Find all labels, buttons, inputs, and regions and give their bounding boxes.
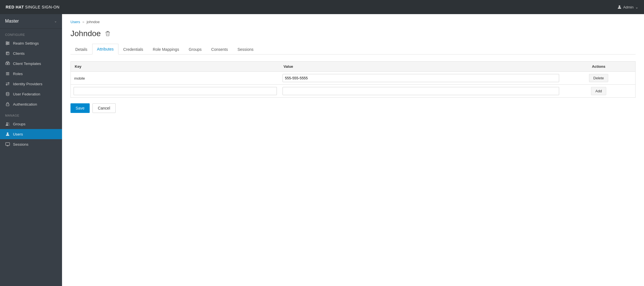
sidebar-item-sessions[interactable]: Sessions [0, 139, 62, 149]
cylinders-icon [5, 91, 10, 97]
table-row-new: Add [71, 85, 636, 98]
tab-consents[interactable]: Consents [206, 44, 233, 54]
user-icon [617, 5, 621, 9]
add-attr-button[interactable]: Add [591, 87, 606, 95]
sidebar-item-user-federation[interactable]: User Federation [0, 89, 62, 99]
sidebar-label-users: Users [13, 132, 23, 136]
realm-selector[interactable]: Master ⌄ [0, 14, 62, 29]
save-button[interactable]: Save [70, 103, 90, 113]
user-tabs: Details Attributes Credentials Role Mapp… [70, 44, 636, 54]
sidebar-item-users[interactable]: Users [0, 129, 62, 139]
desktop-icon [5, 142, 10, 147]
svg-rect-21 [6, 143, 10, 145]
col-header-key: Key [71, 62, 280, 72]
page-title-row: Johndoe [70, 29, 636, 38]
breadcrumb: Users » johndoe [70, 20, 636, 24]
attr-value-mobile-input[interactable] [283, 74, 559, 82]
sliders-icon [5, 41, 10, 46]
svg-point-4 [6, 42, 7, 43]
sidebar-label-clients: Clients [13, 51, 25, 56]
sidebar-section-manage: Manage [0, 109, 62, 119]
svg-rect-13 [6, 72, 9, 73]
tab-attributes[interactable]: Attributes [92, 44, 118, 54]
sidebar-label-user-federation: User Federation [13, 92, 40, 96]
list-icon [5, 71, 10, 76]
sidebar-label-client-templates: Client Templates [13, 62, 41, 66]
realm-chevron: ⌄ [54, 19, 57, 23]
breadcrumb-current: johndoe [87, 20, 100, 24]
new-attr-key-input[interactable] [74, 87, 277, 95]
sidebar-label-groups: Groups [13, 122, 25, 126]
brand-logo: RED HAT SINGLE SIGN-ON [6, 5, 59, 9]
sidebar-item-client-templates[interactable]: Client Templates [0, 58, 62, 69]
sidebar-item-authentication[interactable]: Authentication [0, 99, 62, 109]
svg-point-16 [6, 92, 9, 93]
app-layout: Master ⌄ Configure Realm Settings [0, 14, 644, 286]
admin-label: Admin [623, 5, 634, 9]
svg-rect-23 [107, 31, 109, 32]
sidebar-section-configure: Configure [0, 29, 62, 38]
main-content: Users » johndoe Johndoe Details Attribut… [62, 14, 644, 286]
cubes-icon [5, 61, 10, 66]
realm-name: Master [5, 19, 19, 24]
delete-user-button[interactable] [104, 30, 111, 38]
attributes-table: Key Value Actions mobile Delete [70, 61, 636, 98]
admin-chevron: ⌄ [635, 5, 638, 9]
page-title: Johndoe [70, 29, 101, 38]
user-nav-icon [5, 132, 10, 137]
sidebar-item-groups[interactable]: Groups [0, 119, 62, 129]
tab-sessions[interactable]: Sessions [233, 44, 258, 54]
lock-icon [5, 102, 10, 107]
sidebar-label-identity-providers: Identity Providers [13, 82, 42, 86]
sidebar-label-realm-settings: Realm Settings [13, 41, 39, 45]
sidebar-label-authentication: Authentication [13, 102, 37, 106]
table-row: mobile Delete [71, 72, 636, 85]
top-navbar: RED HAT SINGLE SIGN-ON Admin ⌄ [0, 0, 644, 14]
sidebar-item-clients[interactable]: Clients [0, 48, 62, 58]
svg-point-6 [6, 44, 7, 45]
svg-point-20 [7, 132, 8, 134]
sidebar-item-roles[interactable]: Roles [0, 69, 62, 79]
delete-attr-button[interactable]: Delete [589, 74, 608, 82]
svg-rect-7 [6, 52, 9, 55]
form-actions: Save Cancel [70, 103, 636, 113]
svg-rect-15 [6, 75, 9, 75]
users-group-icon [5, 121, 10, 126]
trash-icon [105, 31, 110, 36]
svg-point-0 [619, 5, 620, 7]
svg-point-18 [6, 123, 8, 124]
exchange-icon [5, 81, 10, 86]
sidebar-item-identity-providers[interactable]: Identity Providers [0, 79, 62, 89]
svg-rect-14 [6, 73, 9, 74]
breadcrumb-parent-link[interactable]: Users [70, 20, 80, 24]
tab-details[interactable]: Details [70, 44, 92, 54]
col-header-value: Value [280, 62, 562, 72]
svg-point-19 [8, 123, 9, 124]
col-header-actions: Actions [562, 62, 635, 72]
tab-credentials[interactable]: Credentials [118, 44, 148, 54]
cancel-button[interactable]: Cancel [92, 103, 116, 113]
svg-rect-17 [6, 104, 9, 106]
sidebar-label-sessions: Sessions [13, 142, 28, 147]
svg-point-5 [8, 43, 9, 44]
svg-rect-22 [105, 32, 110, 32]
admin-menu[interactable]: Admin ⌄ [617, 5, 638, 9]
breadcrumb-separator: » [82, 20, 84, 24]
attr-key-mobile: mobile [74, 75, 85, 82]
sidebar-label-roles: Roles [13, 72, 23, 76]
sidebar-item-realm-settings[interactable]: Realm Settings [0, 38, 62, 48]
cube-icon [5, 51, 10, 56]
new-attr-value-input[interactable] [283, 87, 559, 95]
sidebar: Master ⌄ Configure Realm Settings [0, 14, 62, 286]
tab-groups[interactable]: Groups [184, 44, 206, 54]
tab-role-mappings[interactable]: Role Mappings [148, 44, 184, 54]
